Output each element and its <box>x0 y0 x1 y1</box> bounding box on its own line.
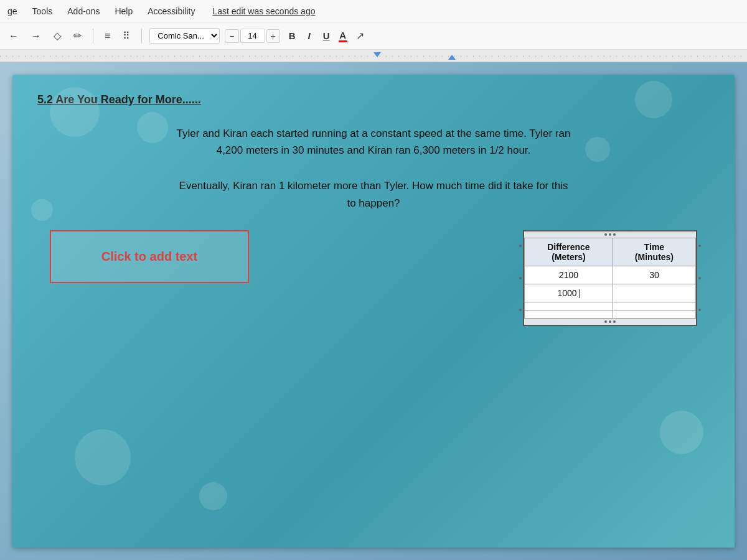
deco-circle-8 <box>31 199 53 221</box>
table-cell[interactable]: 30 <box>613 266 695 284</box>
table-cell[interactable] <box>613 302 695 310</box>
forward-btn[interactable]: → <box>27 28 45 44</box>
paint-icon[interactable]: ◇ <box>50 27 65 44</box>
italic-button[interactable]: I <box>304 28 314 44</box>
deco-circle-4 <box>585 137 610 162</box>
deco-circle-2 <box>137 112 168 143</box>
table-row <box>525 310 696 319</box>
table-dots-bottom <box>524 319 696 325</box>
col2-header: Time (Minutes) <box>613 238 695 266</box>
cell-cursor <box>579 289 580 298</box>
table-cell[interactable] <box>613 284 695 302</box>
deco-circle-7 <box>660 411 703 454</box>
table-side-dots-left <box>519 231 522 325</box>
side-dot-1 <box>519 245 522 247</box>
deco-circle-1 <box>50 87 100 137</box>
font-size-display[interactable]: 14 <box>240 29 265 43</box>
deco-circle-5 <box>75 429 131 485</box>
table-row: 2100 30 <box>525 266 696 284</box>
list-icon[interactable]: ≡ <box>101 28 114 44</box>
add-text-box[interactable]: Click to add text <box>50 230 249 283</box>
menu-tools[interactable]: Tools <box>30 5 55 17</box>
table-cell[interactable] <box>613 310 695 319</box>
table-row: 1000 <box>525 284 696 302</box>
table-cell[interactable]: 2100 <box>525 266 613 284</box>
underline-button[interactable]: U <box>319 28 334 44</box>
add-text-label: Click to add text <box>101 250 197 264</box>
bold-button[interactable]: B <box>285 28 299 44</box>
last-edit-label: Last edit was seconds ago <box>212 6 315 16</box>
menu-help[interactable]: Help <box>112 5 135 17</box>
deco-circle-3 <box>635 81 672 118</box>
grid-icon[interactable]: ⠿ <box>119 27 134 44</box>
table-cell cell-selected[interactable]: 1000 <box>525 284 613 302</box>
data-table: Difference (Meters) Time (Minutes) <box>524 238 696 319</box>
arrow-icon[interactable]: ↗ <box>352 27 368 44</box>
font-color-button[interactable]: A <box>339 30 347 42</box>
deco-circle-6 <box>199 482 227 510</box>
slide-container: 5.2 Are You Ready for More...... Tyler a… <box>12 75 735 548</box>
font-name-select[interactable]: Comic San... <box>149 28 220 44</box>
table-cell[interactable] <box>525 302 613 310</box>
table-cell[interactable] <box>525 310 613 319</box>
side-dot-2 <box>519 277 522 279</box>
side-dot-r1 <box>698 245 701 247</box>
ruler <box>0 50 747 62</box>
back-btn[interactable]: ← <box>5 28 22 44</box>
edit-icon[interactable]: ✏ <box>70 27 85 44</box>
ruler-marker-left[interactable] <box>374 52 381 57</box>
separator-2 <box>141 29 142 44</box>
section-title: 5.2 Are You Ready for More...... <box>37 93 710 106</box>
ruler-marker-right[interactable] <box>448 55 456 60</box>
table-dots-top <box>524 231 696 238</box>
menu-ge[interactable]: ge <box>5 5 20 17</box>
side-dot-3 <box>519 309 522 311</box>
menu-addons[interactable]: Add-ons <box>65 5 102 17</box>
table-side-dots-right <box>698 231 701 325</box>
side-dot-r3 <box>698 309 701 311</box>
color-indicator <box>339 40 347 42</box>
data-table-container: Difference (Meters) Time (Minutes) <box>523 230 697 326</box>
separator-1 <box>93 29 93 44</box>
table-row <box>525 302 696 310</box>
font-size-minus[interactable]: − <box>225 29 238 43</box>
font-size-plus[interactable]: + <box>266 29 280 43</box>
font-size-area: − 14 + <box>225 29 280 43</box>
question-text: Eventually, Kiran ran 1 kilometer more t… <box>37 177 710 211</box>
bottom-area: Click to add text <box>37 230 710 326</box>
col1-header: Difference (Meters) <box>525 238 613 266</box>
side-dot-r2 <box>698 277 701 279</box>
page-area: 5.2 Are You Ready for More...... Tyler a… <box>0 62 747 560</box>
toolbar: ← → ◇ ✏ ≡ ⠿ Comic San... − 14 + B I U A … <box>0 22 747 50</box>
menu-accessibility[interactable]: Accessibility <box>145 5 197 17</box>
menu-bar: ge Tools Add-ons Help Accessibility Last… <box>0 0 747 22</box>
